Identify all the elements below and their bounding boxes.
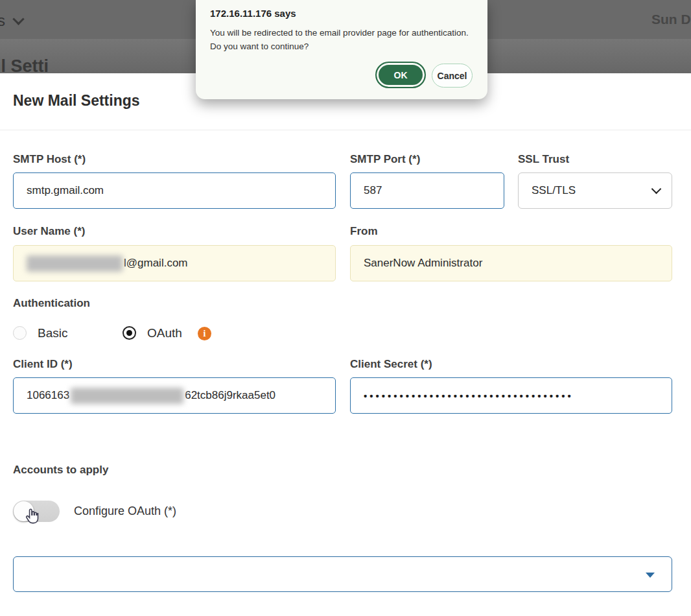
client-id-input[interactable]: 1066163 62tcb86j9rkaa5et0 [13, 377, 336, 414]
user-name-label: User Name (*) [13, 225, 86, 238]
info-icon-glyph: i [204, 329, 206, 339]
browser-confirm-dialog: 172.16.11.176 says You will be redirecte… [196, 0, 487, 99]
modal-title: New Mail Settings [13, 92, 140, 110]
configure-oauth-toggle[interactable] [13, 501, 60, 522]
ssl-trust-label: SSL Trust [518, 153, 569, 166]
client-secret-label: Client Secret (*) [350, 358, 432, 371]
client-id-label: Client ID (*) [13, 358, 73, 371]
user-name-value: l@gmail.com [124, 257, 188, 270]
redacted-username [27, 255, 123, 272]
toolbar-fragment-text: s [0, 12, 5, 29]
chevron-down-icon [651, 184, 662, 195]
dialog-cancel-button[interactable]: Cancel [432, 64, 473, 88]
from-value: SanerNow Administrator [364, 257, 482, 270]
chevron-down-icon [12, 13, 24, 25]
toggle-knob[interactable] [14, 501, 34, 521]
smtp-host-input[interactable]: smtp.gmail.com [13, 172, 336, 209]
accounts-to-apply-label: Accounts to apply [13, 464, 108, 477]
info-icon[interactable]: i [198, 327, 211, 340]
client-secret-input[interactable]: ••••••••••••••••••••••••••••••••••• [350, 377, 672, 414]
ssl-trust-select[interactable]: SSL/TLS [518, 172, 672, 209]
dialog-message-line1: You will be redirected to the email prov… [210, 28, 469, 38]
ssl-trust-value: SSL/TLS [532, 184, 576, 197]
smtp-host-value: smtp.gmail.com [27, 184, 104, 197]
from-label: From [350, 225, 378, 238]
dialog-ok-button[interactable]: OK [375, 62, 426, 88]
accounts-to-apply-dropdown[interactable] [13, 556, 672, 592]
smtp-port-input[interactable]: 587 [350, 172, 504, 209]
authentication-label: Authentication [13, 297, 90, 310]
configure-oauth-label: Configure OAuth (*) [74, 504, 176, 518]
smtp-host-label: SMTP Host (*) [13, 153, 86, 166]
dialog-message-line2: Do you want to continue? [210, 41, 309, 51]
dialog-title: 172.16.11.176 says [210, 8, 296, 19]
divider [0, 130, 691, 130]
user-name-input[interactable]: l@gmail.com [13, 245, 336, 281]
redacted-client-id [71, 388, 183, 404]
caret-down-icon [646, 573, 655, 578]
client-id-suffix: 62tcb86j9rkaa5et0 [185, 389, 275, 402]
smtp-port-label: SMTP Port (*) [350, 153, 420, 166]
smtp-port-value: 587 [364, 184, 382, 197]
client-secret-masked-value: ••••••••••••••••••••••••••••••••••• [364, 390, 574, 401]
client-id-prefix: 1066163 [27, 389, 69, 402]
page-title-fragment: il Setti [0, 56, 49, 73]
date-text: Sun Dec [651, 12, 691, 27]
toolbar-dropdown-fragment: s [0, 12, 23, 30]
oauth-radio-label[interactable]: OAuth [147, 326, 182, 340]
oauth-radio[interactable] [123, 326, 136, 340]
basic-radio[interactable] [13, 326, 27, 340]
from-input[interactable]: SanerNow Administrator [350, 245, 672, 281]
new-mail-settings-modal: New Mail Settings SMTP Host (*) SMTP Por… [0, 73, 691, 616]
basic-radio-label[interactable]: Basic [38, 326, 67, 340]
